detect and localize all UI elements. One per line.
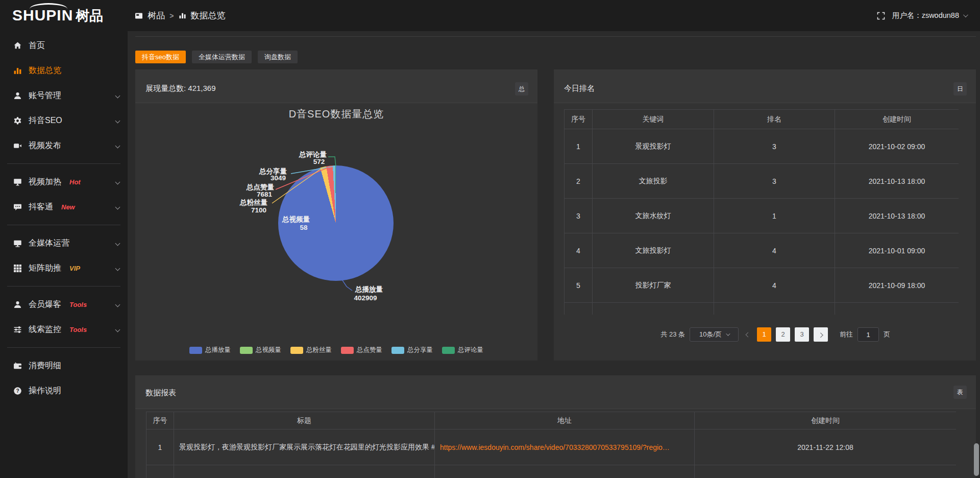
sidebar-item-member-tools[interactable]: 会员爆客 Tools <box>0 292 128 317</box>
legend-item-likes[interactable]: 总点赞量 <box>341 346 382 354</box>
video-camera-icon <box>13 141 22 150</box>
report-link[interactable]: https://www.iesdouyin.com/share/video/70… <box>440 443 670 451</box>
legend-swatch <box>290 347 303 354</box>
page-size-select[interactable]: 10条/页 <box>690 327 739 342</box>
breadcrumb-current: 数据总览 <box>191 10 226 21</box>
legend-swatch <box>240 347 253 354</box>
sidebar-item-label: 账号管理 <box>29 90 61 101</box>
table-row: 3 文旅水纹灯 1 2021-10-13 18:00 <box>565 199 959 233</box>
bar-chart-icon <box>13 66 22 75</box>
app-window-icon <box>135 12 143 20</box>
pie-value-likes: 7681 <box>257 190 273 198</box>
goto-label: 前往 <box>840 330 853 339</box>
next-page-button[interactable] <box>814 327 828 342</box>
chevron-right-icon <box>818 332 823 338</box>
ranking-panel-header: 今日排名 日 <box>554 69 976 103</box>
breadcrumb: 树品 > 数据总览 <box>135 10 225 21</box>
sidebar-divider <box>7 163 120 164</box>
tools-badge: Tools <box>69 326 87 333</box>
vip-badge: VIP <box>69 265 80 272</box>
pie-value-comments: 572 <box>313 158 325 165</box>
sidebar-divider <box>7 347 120 348</box>
goto-suffix: 页 <box>884 330 890 339</box>
sidebar-item-consumption[interactable]: 消费明细 <box>0 353 128 378</box>
table-header-row: 序号 关键词 排名 创建时间 <box>565 110 959 129</box>
sidebar-item-label: 全媒体运营 <box>29 238 69 249</box>
chevron-down-icon <box>115 118 120 124</box>
chevron-left-icon <box>745 332 750 337</box>
sidebar-item-account[interactable]: 账号管理 <box>0 83 128 108</box>
sidebar-item-home[interactable]: 首页 <box>0 33 128 58</box>
col-no: 序号 <box>146 412 174 429</box>
breadcrumb-separator: > <box>169 12 174 20</box>
hot-badge: Hot <box>69 178 81 186</box>
legend-item-videos[interactable]: 总视频量 <box>240 346 281 354</box>
col-rank: 排名 <box>714 110 835 129</box>
sidebar-item-video-publish[interactable]: 视频发布 <box>0 133 128 158</box>
report-table-wrap: 序号 标题 地址 创建时间 1 景观投影灯，夜游景观投影灯厂家展示展示落花灯在花… <box>146 412 956 478</box>
chat-icon <box>13 203 22 211</box>
user-menu[interactable]: 用户名：zswodun88 <box>892 11 967 20</box>
scrollbar-thumb[interactable] <box>974 443 979 476</box>
chevron-down-icon <box>115 180 120 185</box>
report-title-cell: 景观投影灯，夜游景观投影灯厂家展示展示落花灯在花园里的灯光投影应用效果 # <box>174 429 435 465</box>
page-button-2[interactable]: 2 <box>776 327 790 342</box>
page-button-3[interactable]: 3 <box>795 327 809 342</box>
chevron-down-icon <box>115 93 120 99</box>
sidebar-item-media-operation[interactable]: 全媒体运营 <box>0 231 128 256</box>
legend-swatch <box>341 347 354 354</box>
legend-swatch <box>391 347 404 354</box>
sidebar-item-video-heat[interactable]: 视频加热 Hot <box>0 170 128 195</box>
home-icon <box>13 41 22 50</box>
legend-item-plays[interactable]: 总播放量 <box>189 346 231 354</box>
chevron-down-icon <box>963 12 968 17</box>
col-url: 地址 <box>435 412 695 429</box>
table-row: 4 文旅投影灯 4 2021-10-01 09:00 <box>565 233 959 268</box>
grid-icon <box>13 264 22 273</box>
wallet-icon <box>13 362 22 370</box>
chevron-down-icon <box>726 331 730 336</box>
sidebar-item-douyin-seo[interactable]: 抖音SEO <box>0 108 128 133</box>
pie-label-shares: 总分享量 <box>259 167 287 175</box>
table-view-button[interactable]: 表 <box>953 386 967 399</box>
sidebar-item-help[interactable]: ? 操作说明 <box>0 378 128 403</box>
tab-inquiry-data[interactable]: 询盘数据 <box>258 51 298 63</box>
logo: SHUPIN 树品 <box>12 7 103 25</box>
sidebar-item-label: 会员爆客 <box>29 299 61 310</box>
total-view-button[interactable]: 总 <box>515 82 528 95</box>
page-button-1[interactable]: 1 <box>757 327 771 342</box>
sidebar-item-label: 抖客通 <box>29 202 53 212</box>
chevron-down-icon <box>115 241 120 246</box>
daily-view-button[interactable]: 日 <box>953 82 967 95</box>
report-panel: 数据报表 表 序号 标题 地址 创建时间 1 景观投影灯，夜游景观投影灯厂家展示… <box>135 375 976 478</box>
ranking-panel-title: 今日排名 <box>564 84 595 93</box>
legend-item-comments[interactable]: 总评论量 <box>442 346 483 354</box>
chevron-down-icon <box>115 144 120 149</box>
legend-swatch <box>442 347 455 354</box>
prev-page-button[interactable] <box>743 333 752 337</box>
sidebar-item-clue-monitor[interactable]: 线索监控 Tools <box>0 317 128 342</box>
gear-icon <box>13 116 22 125</box>
topbar: SHUPIN 树品 树品 > 数据总览 用户名：zswodun88 <box>0 0 980 31</box>
sidebar-item-matrix-boost[interactable]: 矩阵助推 VIP <box>0 256 128 281</box>
tab-media-operation-data[interactable]: 全媒体运营数据 <box>192 51 252 63</box>
pie-label-comments: 总评论量 <box>299 151 327 158</box>
sidebar-item-label: 抖音SEO <box>29 115 62 126</box>
goto-page-input[interactable] <box>857 327 879 342</box>
breadcrumb-root[interactable]: 树品 <box>148 10 165 21</box>
chart-legend: 总播放量 总视频量 总粉丝量 总点赞量 总分享量 总评论量 <box>135 346 537 354</box>
sidebar-divider <box>7 286 120 286</box>
chevron-down-icon <box>115 205 120 210</box>
monitor-icon <box>13 239 22 248</box>
legend-item-fans[interactable]: 总粉丝量 <box>290 346 332 354</box>
overview-panel: 展现量总数: 421,369 总 D音SEO数据量总览 总评论量 572 总分享… <box>135 69 537 361</box>
sidebar-item-doukentong[interactable]: 抖客通 New <box>0 195 128 220</box>
ranking-panel: 今日排名 日 序号 关键词 排名 创建时间 1 景观投影灯 3 2021-10-… <box>554 69 976 361</box>
fullscreen-icon[interactable] <box>877 12 885 20</box>
sidebar-item-data-overview[interactable]: 数据总览 <box>0 58 128 83</box>
sidebar-item-label: 消费明细 <box>29 361 61 371</box>
legend-item-shares[interactable]: 总分享量 <box>391 346 433 354</box>
tab-douyin-seo-data[interactable]: 抖音seo数据 <box>135 51 186 63</box>
logo-text-en: SHUPIN <box>12 7 73 24</box>
col-created: 创建时间 <box>695 412 957 429</box>
